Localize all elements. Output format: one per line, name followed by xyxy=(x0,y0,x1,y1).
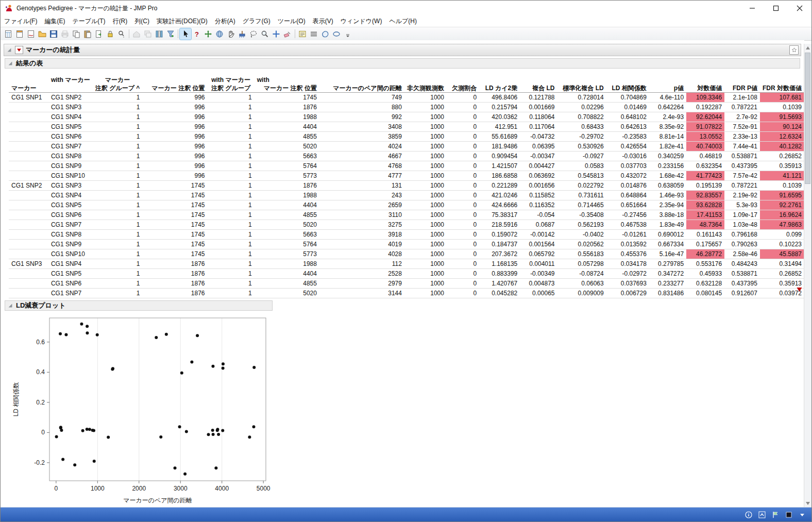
table-cell[interactable]: 0.065792 xyxy=(520,249,557,259)
eraser-tool-icon[interactable] xyxy=(282,28,293,40)
table-cell[interactable]: 0.562193 xyxy=(557,220,606,230)
table-cell[interactable]: 0.057298 xyxy=(557,259,606,269)
scatter-point[interactable] xyxy=(59,426,62,429)
table-cell[interactable]: 1000 xyxy=(404,269,447,279)
table-cell[interactable]: 2.19e-92 xyxy=(724,191,760,200)
table-cell[interactable]: 0.642613 xyxy=(606,122,649,132)
table-cell[interactable]: 1 xyxy=(93,240,143,249)
table-cell[interactable]: 1 xyxy=(93,249,143,259)
table-cell[interactable]: 0.648102 xyxy=(606,112,649,122)
new-data-table-icon[interactable] xyxy=(3,28,14,40)
table-cell[interactable]: 4777 xyxy=(319,171,404,181)
table-cell[interactable]: 1988 xyxy=(255,112,319,122)
scatter-point[interactable] xyxy=(73,463,76,466)
table-cell[interactable]: 0.037703 xyxy=(606,161,649,171)
table-cell[interactable]: -0.02972 xyxy=(606,269,649,279)
paste-icon[interactable] xyxy=(82,28,93,40)
table-cell[interactable]: 1876 xyxy=(142,269,207,279)
table-cell[interactable]: 0.648864 xyxy=(606,191,649,200)
table-cell[interactable] xyxy=(9,142,48,151)
scatter-point[interactable] xyxy=(211,365,214,368)
table-row[interactable]: CG1 SNP81996156634667100000.909454-0.003… xyxy=(9,151,804,161)
table-cell[interactable]: 4667 xyxy=(319,151,404,161)
table-cell[interactable]: 0 xyxy=(447,151,479,161)
table-cell[interactable]: CG1 SNP7 xyxy=(48,142,93,151)
table-cell[interactable]: 1 xyxy=(208,191,255,200)
table-cell[interactable]: 0.020562 xyxy=(557,240,606,249)
table-cell[interactable]: 2.1e-108 xyxy=(724,93,760,103)
table-cell[interactable]: 0 xyxy=(447,191,479,200)
table-cell[interactable]: 93.62828 xyxy=(686,200,724,210)
column-header[interactable]: 非欠測観測数 xyxy=(404,72,447,93)
scatter-point[interactable] xyxy=(212,433,215,436)
table-cell[interactable]: 0.46819 xyxy=(686,151,724,161)
table-cell[interactable]: 5764 xyxy=(255,240,319,249)
table-cell[interactable]: 0.0687 xyxy=(520,220,557,230)
table-cell[interactable]: 1000 xyxy=(404,200,447,210)
table-cell[interactable]: CG1 SNP7 xyxy=(48,289,93,298)
table-cell[interactable]: 5020 xyxy=(255,289,319,298)
table-cell[interactable]: 1 xyxy=(208,249,255,259)
table-cell[interactable]: 0.004427 xyxy=(520,161,557,171)
table-cell[interactable]: 1 xyxy=(208,289,255,298)
table-cell[interactable]: 186.6858 xyxy=(479,171,520,181)
disclosure-open-icon[interactable] xyxy=(6,47,12,53)
table-cell[interactable]: 0.31494 xyxy=(760,259,804,269)
table-row[interactable]: CG1 SNP4117451198824310000421.02460.1158… xyxy=(9,191,804,200)
table-cell[interactable]: 1 xyxy=(93,210,143,220)
table-cell[interactable]: 1 xyxy=(93,289,143,298)
table-cell[interactable]: 0.790263 xyxy=(724,240,760,249)
table-cell[interactable]: 4028 xyxy=(319,249,404,259)
table-cell[interactable]: CG1 SNP3 xyxy=(9,259,48,269)
table-cell[interactable]: 4768 xyxy=(319,161,404,171)
table-cell[interactable]: 5773 xyxy=(255,249,319,259)
table-cell[interactable]: 0 xyxy=(447,259,479,269)
table-cell[interactable]: 0.06395 xyxy=(520,142,557,151)
table-cell[interactable]: 181.9486 xyxy=(479,142,520,151)
globe-tool-icon[interactable] xyxy=(214,28,225,40)
table-cell[interactable]: CG1 SNP7 xyxy=(48,220,93,230)
table-cell[interactable]: 0 xyxy=(447,112,479,122)
table-cell[interactable]: 1 xyxy=(208,112,255,122)
table-cell[interactable] xyxy=(9,210,48,220)
table-row[interactable]: CG1 SNP511876144042528100000.883399-0.00… xyxy=(9,269,804,279)
table-cell[interactable]: 1876 xyxy=(142,259,207,269)
table-cell[interactable]: CG1 SNP5 xyxy=(48,200,93,210)
table-cell[interactable]: 0.437395 xyxy=(724,161,760,171)
column-header[interactable]: 対数価値 xyxy=(686,72,724,93)
table-cell[interactable]: 0.001656 xyxy=(520,181,557,191)
table-cell[interactable]: 0 xyxy=(447,93,479,103)
copy-icon[interactable] xyxy=(71,28,82,40)
table-cell[interactable]: 5773 xyxy=(255,171,319,181)
table-row[interactable]: CG1 SNP811745156633918100000.159072-0.00… xyxy=(9,230,804,240)
table-cell[interactable]: 0.642264 xyxy=(649,103,686,112)
ld-plot-svg[interactable]: 010002000300040005000-0.200.20.40.6マーカーの… xyxy=(6,312,286,507)
table-cell[interactable]: 0.022792 xyxy=(557,181,606,191)
table-cell[interactable]: -0.03016 xyxy=(606,151,649,161)
table-cell[interactable]: CG1 SNP4 xyxy=(48,259,93,269)
table-cell[interactable]: 5.3e-93 xyxy=(724,200,760,210)
table-cell[interactable] xyxy=(9,103,48,112)
table-cell[interactable]: 0.004011 xyxy=(520,259,557,269)
table-cell[interactable]: 0.099 xyxy=(760,230,804,240)
table-cell[interactable]: 1 xyxy=(208,279,255,289)
table-cell[interactable]: 0.02296 xyxy=(557,103,606,112)
table-cell[interactable]: 46.28772 xyxy=(686,249,724,259)
table-cell[interactable]: 749 xyxy=(319,93,404,103)
table-cell[interactable]: 3275 xyxy=(319,220,404,230)
table-cell[interactable]: 1.09e-17 xyxy=(724,210,760,220)
table-cell[interactable]: 880 xyxy=(319,103,404,112)
disclosure-open-icon[interactable] xyxy=(7,302,13,309)
table-cell[interactable]: 0.06063 xyxy=(557,279,606,289)
table-cell[interactable]: CG1 SNP4 xyxy=(48,112,93,122)
table-row[interactable]: CG1 SNP91996157644768100001.4215070.0044… xyxy=(9,161,804,171)
table-cell[interactable]: 1 xyxy=(208,220,255,230)
table-cell[interactable]: 0.221289 xyxy=(479,181,520,191)
menu-window[interactable]: ウィンドウ(W) xyxy=(337,16,386,27)
table-cell[interactable] xyxy=(9,249,48,259)
table-cell[interactable]: 1 xyxy=(208,230,255,240)
table-cell[interactable]: 0.009009 xyxy=(557,289,606,298)
table-cell[interactable]: 1745 xyxy=(142,230,207,240)
table-cell[interactable]: 0.192287 xyxy=(686,103,724,112)
table-cell[interactable]: 0.545813 xyxy=(557,171,606,181)
